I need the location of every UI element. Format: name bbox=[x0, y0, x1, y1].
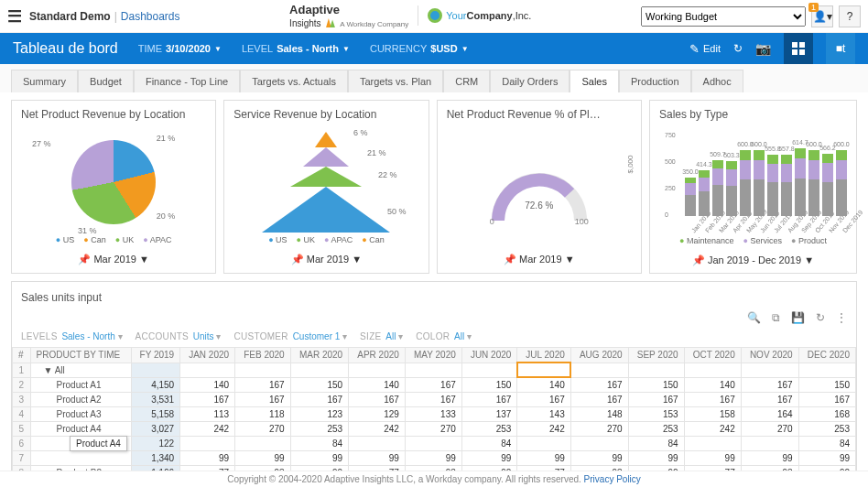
bar-jan-2019: 350.0Jan 2019 bbox=[685, 178, 696, 216]
hover-tooltip: Product A4 bbox=[70, 436, 127, 451]
top-right-controls: Working Budget 👤▾ ? bbox=[641, 5, 861, 27]
currency-selector[interactable]: CURRENCY $USD▼ bbox=[370, 43, 469, 54]
edit-button[interactable]: ✎ Edit bbox=[689, 42, 721, 56]
card-pie: Net Product Revenue by Location 21 % 20 … bbox=[11, 100, 216, 274]
sheet-panel: Sales units input 🔍 ⧉ 💾 ↻ ⋮ LEVELS Sales… bbox=[11, 281, 857, 482]
tab-adhoc[interactable]: Adhoc bbox=[691, 70, 743, 92]
data-grid[interactable]: #PRODUCT BY TIMEFY 2019JAN 2020FEB 2020M… bbox=[12, 347, 856, 481]
filter-levels[interactable]: Sales - North bbox=[61, 331, 114, 341]
filter-color[interactable]: All bbox=[454, 331, 464, 341]
sheet-filters: LEVELS Sales - North ▾ ACCOUNTS Units ▾ … bbox=[12, 328, 856, 347]
bar-aug-2019: 557.8Aug 2019 bbox=[781, 155, 792, 216]
brand-area: Adaptive Insights A Workday Company Your… bbox=[289, 3, 531, 30]
tab-budget[interactable]: Budget bbox=[78, 70, 134, 92]
card-title: Service Revenue by Location bbox=[224, 101, 428, 128]
adaptive-logo: Adaptive Insights A Workday Company bbox=[289, 3, 408, 30]
card-footer[interactable]: 📌Jan 2019 - Dec 2019 ▼ bbox=[650, 249, 856, 274]
sheet-toolbar: 🔍 ⧉ 💾 ↻ ⋮ bbox=[12, 308, 856, 328]
table-row[interactable]: 5Product A43,027242270253242270253242270… bbox=[13, 422, 856, 437]
tab-production[interactable]: Production bbox=[619, 70, 691, 92]
bar-may-2019: 600.0May 2019 bbox=[740, 150, 751, 216]
svg-rect-3 bbox=[799, 49, 805, 55]
menu-icon[interactable]: ☰ bbox=[7, 6, 22, 27]
tab-sales[interactable]: Sales bbox=[570, 70, 619, 92]
snapshot-icon[interactable]: 📷 bbox=[755, 41, 771, 56]
copy-icon[interactable]: ⧉ bbox=[772, 311, 780, 324]
version-select[interactable]: Working Budget bbox=[641, 6, 806, 27]
table-row[interactable]: 1▼ All bbox=[13, 363, 856, 377]
table-row[interactable]: 612284848484 bbox=[13, 437, 856, 451]
company-logo: YourCompany,Inc. bbox=[428, 8, 531, 23]
bar-nov-2019: 566.2Nov 2019 bbox=[822, 154, 833, 216]
card-footer[interactable]: 📌Mar 2019 ▼ bbox=[12, 248, 215, 273]
perspective-bar: Tableau de bord TIME 3/10/2020▼ LEVEL Sa… bbox=[0, 33, 868, 64]
bar-sep-2019: 614.7Sep 2019 bbox=[795, 148, 806, 216]
bar-dec-2019: 600.0Dec 2019 bbox=[836, 150, 847, 216]
pyramid-chart: 6 % 21 % 22 % 50 % bbox=[257, 132, 395, 233]
bar-apr-2019: 503.3Apr 2019 bbox=[726, 161, 737, 216]
refresh-icon[interactable]: ↻ bbox=[733, 42, 743, 55]
top-bar: ☰ Standard Demo|Dashboards Adaptive Insi… bbox=[0, 0, 868, 33]
tab-daily-orders[interactable]: Daily Orders bbox=[490, 70, 570, 92]
page-footer: Copyright © 2004-2020 Adaptive Insights … bbox=[0, 471, 868, 487]
filter-accounts[interactable]: Units bbox=[193, 331, 214, 341]
table-row[interactable]: 2Product A14,150140167150140167150140167… bbox=[13, 377, 856, 393]
more-icon[interactable]: ⋮ bbox=[836, 311, 847, 324]
level-selector[interactable]: LEVEL Sales - North▼ bbox=[242, 43, 350, 54]
table-row[interactable]: 4Product A35,158113118123129133137143148… bbox=[13, 407, 856, 422]
instance-label: Standard Demo|Dashboards bbox=[29, 10, 180, 23]
bar-feb-2019: 414.3Feb 2019 bbox=[699, 170, 710, 216]
tab-crm[interactable]: CRM bbox=[443, 70, 490, 92]
svg-rect-1 bbox=[799, 42, 805, 48]
tab-targets-vs-plan[interactable]: Targets vs. Plan bbox=[348, 70, 443, 92]
time-selector[interactable]: TIME 3/10/2020▼ bbox=[138, 43, 222, 54]
tab-finance-top-line[interactable]: Finance - Top Line bbox=[134, 70, 240, 92]
user-menu[interactable]: 👤▾ bbox=[811, 5, 833, 27]
pie-legend: US Can UK APAC bbox=[12, 235, 215, 248]
refresh-icon[interactable]: ↻ bbox=[816, 311, 825, 324]
search-icon[interactable]: 🔍 bbox=[747, 311, 761, 324]
help-button[interactable]: ? bbox=[839, 5, 861, 27]
tab-summary[interactable]: Summary bbox=[11, 70, 78, 92]
card-bars: Sales by Type $,000 7505002500 350.0Jan … bbox=[649, 100, 857, 274]
card-title: Net Product Revenue % of Pl… bbox=[438, 101, 641, 128]
svg-rect-2 bbox=[792, 49, 797, 55]
card-title: Sales by Type bbox=[650, 101, 856, 128]
card-gauge: Net Product Revenue % of Pl… 72.6 % 0100… bbox=[437, 100, 642, 274]
bar-jul-2019: 555.8Jul 2019 bbox=[767, 155, 778, 216]
card-pyramid: Service Revenue by Location 6 % 21 % 22 … bbox=[223, 100, 429, 274]
bars-legend: Maintenance Services Product bbox=[650, 236, 856, 249]
gauge-chart: 72.6 % 0100 bbox=[484, 157, 594, 221]
dashboard-tabs: SummaryBudgetFinance - Top LineTargets v… bbox=[0, 64, 868, 92]
card-title: Net Product Revenue by Location bbox=[12, 101, 215, 128]
bar-chart: 7505002500 350.0Jan 2019414.3Feb 2019509… bbox=[681, 134, 851, 216]
bar-mar-2019: 509.7Mar 2019 bbox=[712, 160, 723, 216]
tab-targets-vs-actuals[interactable]: Targets vs. Actuals bbox=[240, 70, 348, 92]
grid-view-icon[interactable] bbox=[784, 33, 813, 64]
table-row[interactable]: 71,340999999999999999999999999 bbox=[13, 451, 856, 466]
privacy-link[interactable]: Privacy Policy bbox=[584, 474, 641, 484]
card-footer[interactable]: 📌Mar 2019 ▼ bbox=[224, 248, 428, 273]
presentation-icon[interactable]: ■t bbox=[826, 33, 855, 64]
svg-rect-0 bbox=[792, 42, 797, 48]
bar-jun-2019: 600.0Jun 2019 bbox=[754, 150, 765, 216]
table-row[interactable]: 3Product A23,531167167167167167167167167… bbox=[13, 393, 856, 407]
pie-chart bbox=[71, 140, 156, 224]
page-title: Tableau de bord bbox=[13, 40, 118, 57]
sheet-title: Sales units input bbox=[12, 282, 856, 308]
cards-row: Net Product Revenue by Location 21 % 20 … bbox=[0, 92, 868, 281]
pyramid-legend: US UK APAC Can bbox=[224, 235, 428, 248]
breadcrumb-dashboards[interactable]: Dashboards bbox=[121, 10, 180, 23]
filter-size[interactable]: All bbox=[385, 331, 396, 341]
filter-customer[interactable]: Customer 1 bbox=[293, 331, 341, 341]
bar-oct-2019: 600.0Oct 2019 bbox=[808, 150, 819, 216]
save-icon[interactable]: 💾 bbox=[791, 311, 805, 324]
